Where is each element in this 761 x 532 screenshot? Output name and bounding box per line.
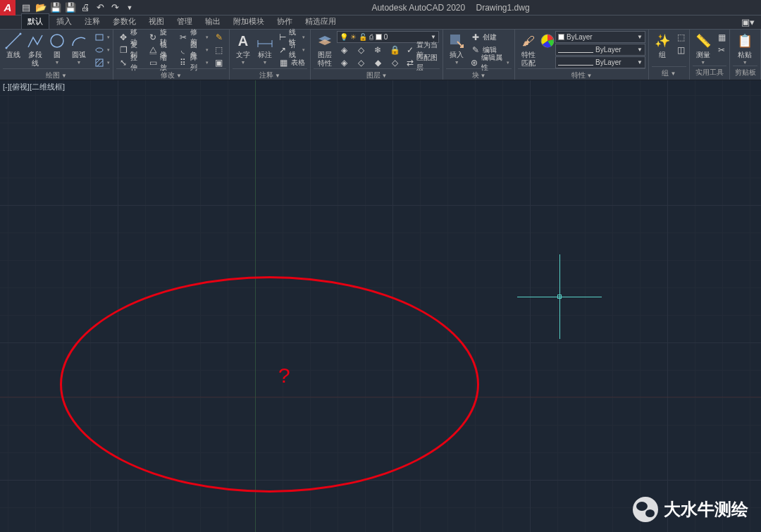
file-name: Drawing1.dwg <box>476 3 530 13</box>
paste-button[interactable]: 📋 粘贴 ▼ <box>733 31 757 66</box>
ellipse-button[interactable]: ▾ <box>92 44 112 56</box>
leader-button[interactable]: ↗引线▾ <box>276 44 307 56</box>
layer-c-button[interactable]: ◆ <box>371 56 385 68</box>
color-dropdown[interactable]: ByLayer ▼ <box>555 31 645 43</box>
chevron-down-icon: ▼ <box>743 60 748 65</box>
panel-layers: 图层 特性 💡 ☀ 🔓 ⎙ 0 ▼ ◈ ◇ ❄ 🔒 ✓置为当前 <box>311 30 443 80</box>
layer-freeze-icon: ❄ <box>373 44 383 55</box>
tab-addins[interactable]: 附加模块 <box>228 14 270 29</box>
lineweight-dropdown[interactable]: ByLayer ▼ <box>555 44 645 56</box>
insert-block-button[interactable]: 插入 ▼ <box>446 31 467 66</box>
measure-button[interactable]: 📏 测量 ▼ <box>693 31 714 66</box>
create-block-button[interactable]: ✚创建 <box>468 31 512 43</box>
stretch-button[interactable]: ⤡拉伸 <box>116 56 145 68</box>
tab-featured[interactable]: 精选应用 <box>299 14 342 29</box>
qat-new-icon[interactable]: ▤ <box>20 1 32 14</box>
erase-icon: ✎ <box>214 32 224 42</box>
layer-a-button[interactable]: ◈ <box>337 56 352 68</box>
chevron-down-icon: ▼ <box>77 60 82 65</box>
chevron-down-icon: ▼ <box>241 60 246 65</box>
explode-button[interactable]: ⬚ <box>211 44 226 56</box>
panel-title-utils: 实用工具 <box>695 68 724 76</box>
erase-button[interactable]: ✎ <box>211 31 226 43</box>
layer-b-button[interactable]: ◇ <box>354 56 369 68</box>
layer-freeze-button[interactable]: ❄ <box>371 44 385 56</box>
offset-icon: ▣ <box>214 57 224 68</box>
panel-modify: ✥移动 ❐复制 ⤡拉伸 ↻旋转 ⧋镜像 ▭缩放 ✂修剪▾ ◟圆角▾ ⠿阵列▾ ✎… <box>113 30 230 80</box>
line-icon <box>4 32 23 50</box>
viewport-label[interactable]: [-][俯视][二维线框] <box>3 82 65 92</box>
circle-button[interactable]: 圆 ▼ <box>47 31 68 66</box>
layer-lock-button[interactable]: 🔒 <box>388 44 402 56</box>
qat-dropdown-icon[interactable]: ▼ <box>123 1 136 14</box>
color-wheel-button[interactable] <box>540 31 555 51</box>
edit-icon: ✎ <box>470 44 481 55</box>
qat-save-icon[interactable]: 💾 <box>49 1 62 14</box>
group-b-button[interactable]: ◫ <box>674 44 688 56</box>
tab-default[interactable]: 默认 <box>21 13 49 29</box>
panel-title-clip: 剪贴板 <box>735 68 756 76</box>
offset-button[interactable]: ▣ <box>211 56 226 68</box>
tab-annotate[interactable]: 注释 <box>79 14 106 29</box>
layer-lock-icon: 🔒 <box>390 44 400 55</box>
tab-output[interactable]: 输出 <box>199 14 226 29</box>
arc-icon <box>70 32 88 50</box>
copy-icon: ❐ <box>118 44 128 55</box>
drawing-canvas[interactable]: [-][俯视][二维线框] ? 大水牛测绘 <box>0 80 761 532</box>
qat-saveas-icon[interactable]: 💾 <box>64 1 77 14</box>
panel-block: 插入 ▼ ✚创建 ✎编辑 ⊛编辑属性▾ 块▼ <box>443 30 515 80</box>
match-props-icon: 🖌 <box>519 32 538 50</box>
array-button[interactable]: ⠿阵列▾ <box>176 56 211 68</box>
qat-print-icon[interactable]: 🖨 <box>79 1 92 14</box>
tabs-play-icon[interactable]: ▣▾ <box>741 16 754 28</box>
svg-point-2 <box>20 33 22 35</box>
linetype-dropdown[interactable]: ByLayer ▼ <box>555 56 645 68</box>
current-layer-name: 0 <box>384 33 388 41</box>
linear-icon: ⊢ <box>278 32 287 42</box>
svg-point-3 <box>51 35 63 47</box>
line-button[interactable]: 直线 <box>3 31 24 60</box>
watermark: 大水牛测绘 <box>633 497 748 522</box>
color-swatch-white <box>376 34 382 40</box>
dimension-button[interactable]: 标注 ▼ <box>254 31 276 66</box>
arc-button[interactable]: 圆弧 ▼ <box>68 31 89 66</box>
layer-off-icon: ◇ <box>356 44 366 55</box>
text-button[interactable]: A 文字 ▼ <box>233 31 254 66</box>
layerprops-button[interactable]: 图层 特性 <box>314 31 336 68</box>
polyline-button[interactable]: 多段线 <box>25 31 46 68</box>
quick-access-toolbar: ▤ 📂 💾 💾 🖨 ↶ ↷ ▼ <box>16 1 140 14</box>
tab-insert[interactable]: 插入 <box>51 14 78 29</box>
annotation-ellipse <box>60 276 479 493</box>
table-button[interactable]: ▦表格 <box>276 56 307 68</box>
group-button[interactable]: ✨ 组 <box>652 31 673 60</box>
edit-attr-button[interactable]: ⊛编辑属性▾ <box>468 56 512 68</box>
qat-open-icon[interactable]: 📂 <box>35 1 47 14</box>
qat-redo-icon[interactable]: ↷ <box>109 1 121 14</box>
lineweight-icon <box>558 52 593 53</box>
chevron-down-icon: ▼ <box>454 60 459 65</box>
match-props-button[interactable]: 🖌 特性 匹配 <box>518 31 539 68</box>
layer-iso-button[interactable]: ◈ <box>337 44 352 56</box>
svg-rect-4 <box>96 35 103 40</box>
group-a-button[interactable]: ⬚ <box>674 31 688 43</box>
layer-d-button[interactable]: ◇ <box>388 56 402 68</box>
scale-button[interactable]: ▭缩放 <box>147 56 175 68</box>
rotate-icon: ↻ <box>149 32 159 42</box>
layer-off-button[interactable]: ◇ <box>354 44 369 56</box>
panel-clipboard: 📋 粘贴 ▼ 剪贴板▼ <box>730 30 761 80</box>
qat-undo-icon[interactable]: ↶ <box>94 1 106 14</box>
color-wheel-icon <box>538 32 557 50</box>
title-bar: A ▤ 📂 💾 💾 🖨 ↶ ↷ ▼ Autodesk AutoCAD 2020 … <box>0 0 761 16</box>
svg-line-0 <box>6 34 20 48</box>
app-logo[interactable]: A <box>0 0 16 16</box>
util-b-button[interactable]: ✂ <box>714 44 729 56</box>
ribbon: 直线 多段线 圆 ▼ 圆弧 ▼ ▾ ▾ ▾ 绘图▼ <box>0 30 761 80</box>
explode-icon: ⬚ <box>214 44 224 55</box>
panel-title-draw: 绘图 <box>46 71 60 79</box>
util-a-button[interactable]: ▦ <box>714 31 729 43</box>
match-layer-button[interactable]: ⇄匹配图层 <box>404 56 440 68</box>
text-icon: A <box>234 32 252 50</box>
svg-line-7 <box>96 59 100 63</box>
rect-button[interactable]: ▾ <box>92 31 112 43</box>
hatch-button[interactable]: ▾ <box>92 56 112 68</box>
